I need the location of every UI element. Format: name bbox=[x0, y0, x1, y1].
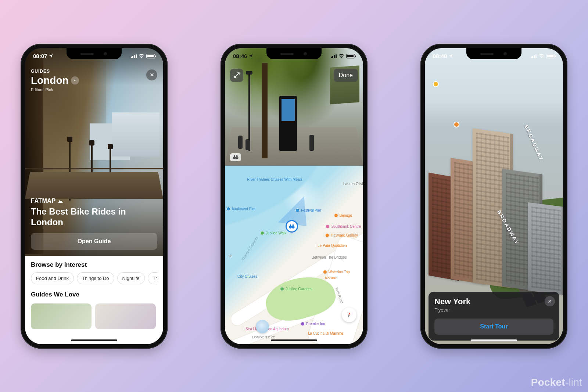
binoculars-icon bbox=[288, 224, 295, 229]
map-label-lauren-olivier[interactable]: Lauren Olivier bbox=[343, 182, 361, 186]
guide-hero[interactable]: GUIDES London Editors' Pick bbox=[25, 48, 163, 256]
path-illustration bbox=[25, 172, 163, 199]
poi-marker[interactable] bbox=[433, 81, 439, 87]
guide-title: The Best Bike Rides in London bbox=[31, 206, 157, 228]
svg-rect-11 bbox=[291, 226, 293, 227]
railing-illustration bbox=[25, 168, 163, 169]
location-arrow-icon bbox=[49, 54, 53, 58]
mountain-icon bbox=[57, 198, 64, 204]
map-label-festival-pier[interactable]: Festival Pier bbox=[295, 208, 321, 212]
guides-love-heading: Guides We Love bbox=[31, 291, 157, 298]
notch bbox=[266, 48, 322, 59]
svg-marker-14 bbox=[348, 312, 351, 315]
map-label-lepain[interactable]: Le Pain Quotidien bbox=[315, 244, 337, 248]
chip-things[interactable]: Things to Do bbox=[77, 272, 114, 284]
binoculars-badge[interactable] bbox=[230, 153, 241, 161]
map-label-premier[interactable]: Premier Inn bbox=[301, 322, 325, 326]
svg-rect-8 bbox=[236, 155, 237, 157]
phone-lookaround: 08:46 Be At One bbox=[220, 44, 368, 349]
map-label-hayward[interactable]: Hayward Gallery bbox=[325, 233, 358, 237]
svg-rect-12 bbox=[290, 224, 291, 226]
close-icon bbox=[548, 299, 552, 303]
poi-marker[interactable] bbox=[453, 122, 459, 127]
battery-icon bbox=[546, 54, 555, 58]
close-button[interactable] bbox=[545, 296, 555, 306]
phone-guides: 08:07 bbox=[21, 44, 168, 349]
guides-city-picker[interactable]: London bbox=[31, 75, 79, 86]
close-button[interactable] bbox=[146, 69, 157, 80]
map-label-thames-cruises[interactable]: River Thames Cruises With Meals bbox=[247, 177, 280, 181]
home-indicator[interactable] bbox=[271, 339, 317, 341]
battery-icon bbox=[146, 54, 155, 58]
tree-illustration bbox=[262, 63, 268, 158]
map-label-between[interactable]: Between The Bridges bbox=[312, 255, 341, 259]
phone-flyover: 08:48 BR bbox=[420, 44, 567, 349]
map-label-jubilee-gardens[interactable]: Jubilee Gardens bbox=[280, 287, 312, 291]
compass-icon bbox=[344, 309, 354, 320]
chip-travel[interactable]: Travel bbox=[148, 272, 157, 284]
location-arrow-icon bbox=[448, 54, 453, 58]
guide-tile[interactable] bbox=[31, 303, 92, 329]
chevron-down-icon[interactable] bbox=[71, 76, 79, 84]
guides-lower[interactable]: Browse by Interest Food and Drink Things… bbox=[25, 256, 163, 344]
person-illustration bbox=[309, 135, 314, 151]
compass-button[interactable] bbox=[342, 308, 356, 322]
map-label-benugo[interactable]: Benugo bbox=[334, 213, 352, 217]
notch bbox=[67, 48, 122, 59]
battery-icon bbox=[346, 54, 355, 58]
browse-heading: Browse by Interest bbox=[31, 261, 157, 269]
london-eye-3d-icon[interactable] bbox=[256, 320, 269, 333]
map-view[interactable]: River Thames Cruises With Meals bankment… bbox=[225, 166, 363, 344]
status-time: 08:46 bbox=[233, 53, 247, 59]
guide-brand: FATMAP bbox=[31, 198, 157, 204]
expand-button[interactable] bbox=[230, 69, 243, 82]
status-time: 08:48 bbox=[433, 53, 447, 59]
home-indicator[interactable] bbox=[71, 339, 117, 341]
map-label-city-cruises[interactable]: City Cruises bbox=[237, 274, 257, 278]
guide-tile[interactable] bbox=[95, 303, 156, 329]
map-label-lacucina[interactable]: La Cucina Di Mamma bbox=[308, 331, 334, 335]
kiosk-illustration bbox=[279, 96, 297, 151]
flyover-title: New York bbox=[434, 297, 553, 306]
map-label-azzurro[interactable]: Azzurro bbox=[325, 276, 337, 280]
building-illustration bbox=[112, 112, 159, 157]
svg-marker-15 bbox=[347, 314, 350, 318]
map-label-sh[interactable]: sh bbox=[229, 254, 233, 258]
map-label-waterloo[interactable]: Waterloo Tap bbox=[323, 270, 350, 274]
binoculars-icon bbox=[233, 155, 239, 159]
cellular-icon bbox=[331, 54, 337, 58]
expand-icon bbox=[234, 72, 240, 78]
svg-rect-7 bbox=[234, 155, 235, 157]
map-label-southbank[interactable]: Southbank Centre bbox=[326, 224, 361, 229]
guides-eyebrow: GUIDES bbox=[31, 69, 79, 74]
road-label-broadway: BROADWAY bbox=[523, 124, 545, 162]
person-illustration bbox=[245, 139, 250, 150]
close-icon bbox=[150, 72, 154, 77]
flyover-card: New York Flyover Start Tour bbox=[429, 292, 559, 341]
lookaround-view[interactable]: Done bbox=[225, 48, 363, 166]
map-label-jubilee-walk[interactable]: Jubilee Walk bbox=[260, 231, 286, 235]
open-guide-button[interactable]: Open Guide bbox=[31, 233, 157, 250]
cellular-icon bbox=[531, 54, 537, 58]
home-indicator[interactable] bbox=[471, 339, 517, 341]
guides-header: GUIDES London Editors' Pick bbox=[31, 69, 79, 92]
chip-nightlife[interactable]: Nightlife bbox=[117, 272, 145, 284]
wifi-icon bbox=[338, 54, 344, 58]
lookaround-pin[interactable] bbox=[286, 220, 298, 233]
svg-rect-13 bbox=[293, 224, 294, 226]
chip-food[interactable]: Food and Drink bbox=[31, 272, 74, 284]
done-button[interactable]: Done bbox=[334, 69, 358, 82]
map-label-london-eye[interactable]: LONDON EYE bbox=[252, 335, 275, 339]
location-arrow-icon bbox=[248, 54, 253, 58]
person-illustration bbox=[238, 136, 243, 149]
notch bbox=[466, 48, 521, 59]
cellular-icon bbox=[131, 54, 137, 58]
guides-city-label: London bbox=[31, 75, 69, 86]
wifi-icon bbox=[538, 54, 544, 58]
watermark: Pocket-lint bbox=[531, 377, 582, 388]
start-tour-button[interactable]: Start Tour bbox=[434, 319, 553, 335]
map-label-embankment-pier[interactable]: bankment Pier bbox=[226, 207, 255, 211]
wifi-icon bbox=[139, 54, 144, 58]
guides-subtitle: Editors' Pick bbox=[31, 87, 79, 92]
svg-rect-6 bbox=[235, 157, 236, 158]
